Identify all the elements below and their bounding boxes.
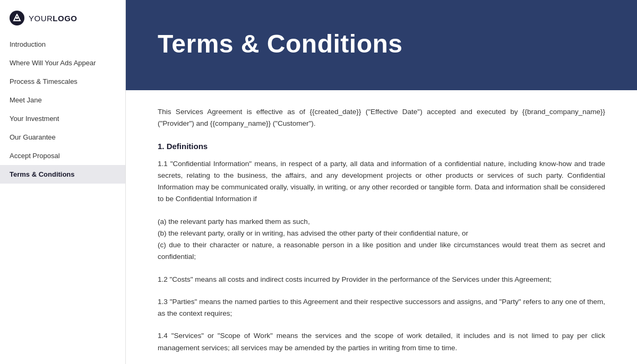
svg-point-1 (16, 17, 18, 19)
definition-1-1: 1.1 "Confidential Information" means, in… (158, 158, 605, 205)
sidebar-item-meet-jane[interactable]: Meet Jane (0, 91, 125, 109)
sidebar-item-accept-proposal[interactable]: Accept Proposal (0, 146, 125, 165)
main-content: Terms & Conditions This Services Agreeme… (126, 0, 637, 364)
sidebar-item-terms-&-conditions[interactable]: Terms & Conditions (0, 165, 125, 184)
sidebar-item-our-guarantee[interactable]: Our Guarantee (0, 128, 125, 146)
logo-icon (10, 11, 24, 25)
header-banner: Terms & Conditions (126, 0, 637, 90)
sidebar-item-where-will-your-ads-appear[interactable]: Where Will Your Ads Appear (0, 54, 125, 72)
page-title: Terms & Conditions (158, 29, 402, 58)
def-item-b: (b) the relevant party, orally or in wri… (158, 228, 605, 239)
def-item-a: (a) the relevant party has marked them a… (158, 216, 605, 228)
definition-1-4: 1.4 "Services" or "Scope of Work" means … (158, 330, 605, 354)
sidebar-item-your-investment[interactable]: Your Investment (0, 109, 125, 128)
logo-text: YOURLOGO (29, 14, 78, 23)
def-item-c: (c) due to their character or nature, a … (158, 239, 605, 263)
intro-paragraph: This Services Agreement is effective as … (158, 106, 605, 130)
definition-1-2: 1.2 "Costs" means all costs and indirect… (158, 274, 605, 285)
sidebar-item-process-&-timescales[interactable]: Process & Timescales (0, 72, 125, 91)
section-1-heading: 1. Definitions (158, 142, 605, 151)
content-area: This Services Agreement is effective as … (126, 90, 637, 364)
sidebar: YOURLOGO IntroductionWhere Will Your Ads… (0, 0, 126, 364)
nav-list: IntroductionWhere Will Your Ads AppearPr… (0, 35, 125, 364)
logo-area: YOURLOGO (0, 0, 125, 35)
sidebar-item-introduction[interactable]: Introduction (0, 35, 125, 54)
definition-1-3: 1.3 "Parties" means the named parties to… (158, 296, 605, 320)
definition-1-1-items: (a) the relevant party has marked them a… (158, 216, 605, 263)
